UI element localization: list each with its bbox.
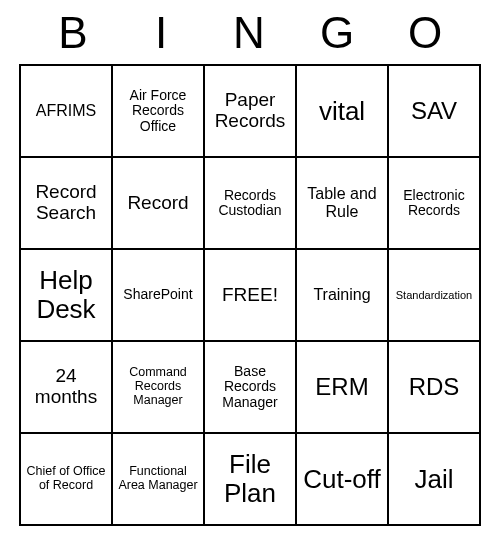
bingo-cell[interactable]: RDS (388, 341, 480, 433)
bingo-cell[interactable]: Paper Records (204, 65, 296, 157)
bingo-row: Record SearchRecordRecords CustodianTabl… (20, 157, 480, 249)
bingo-cell[interactable]: File Plan (204, 433, 296, 525)
bingo-row: AFRIMSAir Force Records OfficePaper Reco… (20, 65, 480, 157)
bingo-cell[interactable]: Cut-off (296, 433, 388, 525)
bingo-grid: AFRIMSAir Force Records OfficePaper Reco… (20, 65, 480, 525)
header-letter-b: B (30, 8, 118, 58)
bingo-cell[interactable]: AFRIMS (20, 65, 112, 157)
free-cell[interactable]: FREE! (204, 249, 296, 341)
bingo-cell[interactable]: Record Search (20, 157, 112, 249)
header-letter-o: O (382, 8, 470, 58)
bingo-row: 24 monthsCommand Records ManagerBase Rec… (20, 341, 480, 433)
bingo-cell[interactable]: Command Records Manager (112, 341, 204, 433)
bingo-row: Help DeskSharePointFREE!TrainingStandard… (20, 249, 480, 341)
bingo-cell[interactable]: Table and Rule (296, 157, 388, 249)
bingo-cell[interactable]: Chief of Office of Record (20, 433, 112, 525)
bingo-cell[interactable]: ERM (296, 341, 388, 433)
bingo-header: B I N G O (20, 8, 480, 58)
bingo-cell[interactable]: Record (112, 157, 204, 249)
bingo-cell[interactable]: vital (296, 65, 388, 157)
bingo-cell[interactable]: Standardization (388, 249, 480, 341)
bingo-cell[interactable]: Electronic Records (388, 157, 480, 249)
bingo-cell[interactable]: Functional Area Manager (112, 433, 204, 525)
bingo-cell[interactable]: 24 months (20, 341, 112, 433)
bingo-cell[interactable]: SAV (388, 65, 480, 157)
bingo-cell[interactable]: Base Records Manager (204, 341, 296, 433)
bingo-cell[interactable]: SharePoint (112, 249, 204, 341)
bingo-cell[interactable]: Air Force Records Office (112, 65, 204, 157)
bingo-cell[interactable]: Records Custodian (204, 157, 296, 249)
header-letter-g: G (294, 8, 382, 58)
header-letter-i: I (118, 8, 206, 58)
bingo-cell[interactable]: Training (296, 249, 388, 341)
bingo-row: Chief of Office of RecordFunctional Area… (20, 433, 480, 525)
header-letter-n: N (206, 8, 294, 58)
bingo-cell[interactable]: Help Desk (20, 249, 112, 341)
bingo-card: AFRIMSAir Force Records OfficePaper Reco… (19, 64, 481, 526)
bingo-cell[interactable]: Jail (388, 433, 480, 525)
